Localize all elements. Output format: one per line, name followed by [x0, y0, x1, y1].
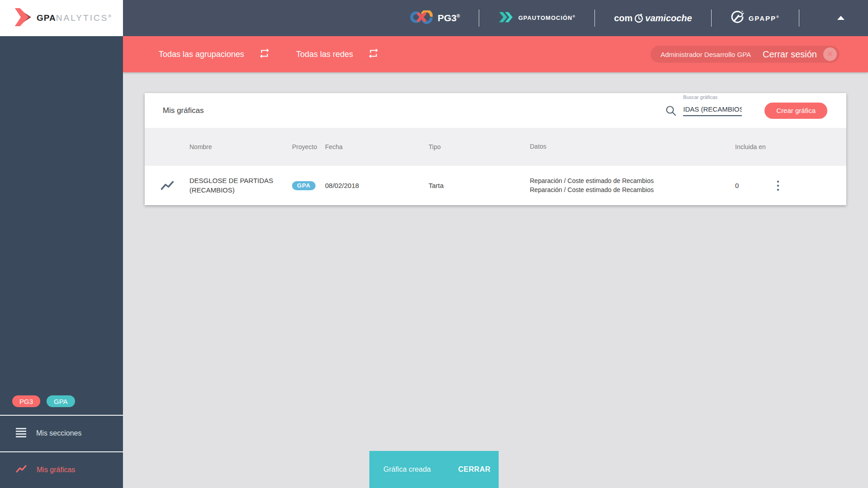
- header-fecha: Fecha: [325, 143, 429, 150]
- row-incluida-en: 0: [734, 182, 776, 189]
- header-datos: Datos: [530, 142, 734, 151]
- brand-wordmark: GPANALYTICS®: [37, 13, 112, 23]
- gpapp-logo: GPAPP®: [731, 10, 780, 26]
- header-incluida-en: Incluida en: [734, 143, 776, 150]
- header-nombre: Nombre: [189, 143, 292, 151]
- table-row[interactable]: DESGLOSE DE PARTIDAS (RECAMBIOS) GPA 08/…: [145, 166, 846, 205]
- brand-suffix: NALYTICS: [56, 13, 108, 23]
- comprovamicoche-wordmark: com vamicoche: [614, 13, 692, 23]
- sidebar-item-mis-graficas[interactable]: Mis gráficas: [0, 452, 123, 488]
- card-header: Mis gráficas Buscar gráficas IDAS (RECAM…: [145, 93, 846, 128]
- gpa-badge: GPA: [47, 395, 75, 407]
- pg3-infinity-icon: [410, 10, 433, 26]
- divider: [711, 9, 712, 27]
- toast-close-button[interactable]: CERRAR: [458, 465, 491, 474]
- page-title: Mis gráficas: [163, 106, 204, 115]
- session-pill: Administrador Desarrollo GPA Cerrar sesi…: [651, 46, 840, 63]
- table-header: Nombre Proyecto Fecha Tipo Datos Incluid…: [145, 128, 846, 166]
- line-chart-icon: [16, 465, 27, 475]
- main-content: Mis gráficas Buscar gráficas IDAS (RECAM…: [123, 72, 868, 488]
- brand-gpa: GPA: [37, 13, 56, 23]
- create-chart-button[interactable]: Crear gráfica: [764, 103, 827, 119]
- row-menu-button[interactable]: [776, 180, 780, 192]
- sidebar-item-mis-secciones[interactable]: Mis secciones: [0, 416, 123, 451]
- chevron-up-icon: [837, 16, 844, 20]
- swap-icon[interactable]: [259, 47, 270, 61]
- groupings-filter[interactable]: Todas las agrupaciones: [159, 36, 270, 72]
- sidebar-item-label: Mis secciones: [36, 429, 81, 437]
- swap-icon[interactable]: [368, 47, 379, 61]
- collapse-topbar-button[interactable]: [837, 16, 844, 20]
- pg3-wordmark: PG3®: [438, 13, 460, 23]
- gpapp-wrench-icon: [731, 10, 744, 26]
- row-proyecto: GPA: [292, 181, 325, 190]
- sidebar: PG3 GPA Mis secciones Mis gráfica: [0, 36, 123, 488]
- gpautomocion-logo: GPAUTOMOCIÓN®: [498, 11, 576, 25]
- search-input[interactable]: IDAS (RECAMBIOS): [683, 105, 742, 116]
- gpautomocion-arrow-icon: [498, 11, 514, 25]
- filter-bar: Todas las agrupaciones Todas las redes A…: [123, 36, 868, 72]
- groupings-filter-label: Todas las agrupaciones: [159, 50, 244, 59]
- app-window: GPANALYTICS® PG3®: [0, 0, 868, 488]
- networks-filter[interactable]: Todas las redes: [296, 36, 379, 72]
- gpanalytics-arrow-icon: [11, 8, 32, 28]
- kebab-icon: [776, 180, 780, 192]
- search-field-label: Buscar gráficas: [683, 94, 717, 100]
- search-zone: Buscar gráficas IDAS (RECAMBIOS) Crear g…: [665, 93, 827, 128]
- top-bar: GPANALYTICS® PG3®: [0, 0, 868, 36]
- row-datos-line2: Reparación / Coste estimado de Recambios: [530, 186, 734, 195]
- header-proyecto: Proyecto: [292, 143, 325, 150]
- gpapp-wordmark: GPAPP®: [749, 14, 780, 22]
- header-tipo: Tipo: [429, 143, 530, 150]
- search-icon[interactable]: [665, 105, 677, 117]
- row-nombre[interactable]: DESGLOSE DE PARTIDAS (RECAMBIOS): [189, 176, 292, 195]
- sidebar-badges: PG3 GPA: [12, 395, 75, 407]
- row-datos: Reparación / Coste estimado de Recambios…: [530, 177, 734, 194]
- row-datos-line1: Reparación / Coste estimado de Recambios: [530, 177, 734, 186]
- logout-button[interactable]: Cerrar sesión ✕: [763, 47, 837, 61]
- gpautomocion-wordmark: GPAUTOMOCIÓN®: [518, 14, 576, 21]
- row-fecha: 08/02/2018: [325, 182, 429, 189]
- row-actions: [776, 180, 846, 192]
- toast-message: Gráfica creada: [383, 465, 431, 474]
- row-tipo: Tarta: [429, 182, 530, 189]
- toast-notification: Gráfica creada CERRAR: [369, 451, 499, 488]
- charts-card: Mis gráficas Buscar gráficas IDAS (RECAM…: [145, 93, 846, 205]
- logout-close-icon[interactable]: ✕: [823, 47, 837, 61]
- search-field[interactable]: Buscar gráficas IDAS (RECAMBIOS): [683, 105, 742, 116]
- row-chart-type-icon: [145, 180, 189, 191]
- current-user-label: Administrador Desarrollo GPA: [660, 51, 751, 58]
- partner-logos: PG3® GPAUTOMOCIÓN® com: [410, 0, 844, 36]
- project-badge: GPA: [292, 181, 316, 190]
- logout-label: Cerrar sesión: [763, 49, 817, 60]
- menu-icon: [16, 428, 26, 439]
- line-chart-icon: [160, 180, 174, 191]
- comprovamicoche-logo: com vamicoche: [614, 13, 692, 23]
- pg3-badge: PG3: [12, 395, 40, 407]
- clock-icon: [634, 13, 644, 23]
- divider: [479, 9, 479, 27]
- brand-logo: GPANALYTICS®: [0, 0, 123, 36]
- brand-reg: ®: [108, 14, 112, 19]
- networks-filter-label: Todas las redes: [296, 50, 353, 59]
- divider: [799, 9, 799, 27]
- sidebar-item-label: Mis gráficas: [37, 466, 75, 474]
- divider: [594, 9, 595, 27]
- pg3-logo: PG3®: [410, 10, 460, 26]
